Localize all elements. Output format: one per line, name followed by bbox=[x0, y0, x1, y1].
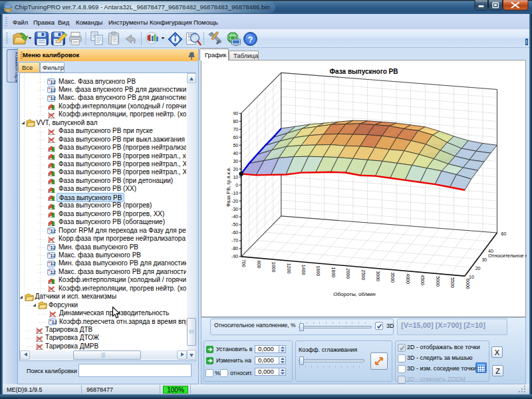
svg-text:800: 800 bbox=[257, 261, 261, 269]
svg-text:-50: -50 bbox=[231, 222, 238, 227]
svg-text:10: 10 bbox=[469, 275, 474, 279]
svg-text:4500: 4500 bbox=[420, 275, 425, 285]
svg-text:-10: -10 bbox=[231, 191, 238, 196]
svg-text:5500: 5500 bbox=[450, 277, 455, 288]
svg-text:-90: -90 bbox=[231, 254, 238, 259]
svg-text:1600: 1600 bbox=[316, 266, 321, 277]
svg-text:90: 90 bbox=[233, 111, 238, 116]
svg-text:1200: 1200 bbox=[287, 263, 291, 274]
svg-text:-80: -80 bbox=[231, 246, 238, 251]
svg-text:Фаза РВ, гр.п.к.в.: Фаза РВ, гр.п.к.в. bbox=[225, 167, 231, 207]
svg-text:-30: -30 bbox=[231, 207, 238, 211]
svg-text:1400: 1400 bbox=[301, 265, 306, 275]
svg-text:3500: 3500 bbox=[390, 272, 395, 283]
svg-text:4000: 4000 bbox=[406, 273, 410, 284]
svg-text:Фаза выпускного РВ: Фаза выпускного РВ bbox=[330, 68, 398, 75]
svg-text:3000: 3000 bbox=[376, 271, 380, 281]
svg-text:2000: 2000 bbox=[346, 269, 350, 279]
svg-text:6000: 6000 bbox=[466, 279, 470, 289]
svg-text:2500: 2500 bbox=[361, 270, 366, 281]
svg-text:70: 70 bbox=[233, 127, 238, 132]
svg-text:1800: 1800 bbox=[331, 267, 336, 278]
svg-text:1000: 1000 bbox=[271, 262, 276, 273]
svg-text:-40: -40 bbox=[231, 214, 238, 219]
svg-text:-60: -60 bbox=[231, 230, 238, 235]
svg-text:?: ? bbox=[248, 35, 253, 45]
svg-text:80: 80 bbox=[233, 119, 238, 124]
svg-text:20: 20 bbox=[475, 266, 481, 271]
svg-text:30: 30 bbox=[481, 257, 487, 262]
svg-text:20: 20 bbox=[233, 167, 238, 172]
svg-text:700: 700 bbox=[241, 259, 246, 267]
svg-text:50: 50 bbox=[233, 143, 238, 148]
svg-text:40: 40 bbox=[233, 151, 238, 156]
svg-text:30: 30 bbox=[233, 159, 238, 164]
svg-text:5000: 5000 bbox=[436, 276, 440, 287]
svg-text:-70: -70 bbox=[231, 238, 238, 243]
svg-text:Относительное н: Относительное н bbox=[488, 253, 527, 259]
svg-text:60: 60 bbox=[501, 231, 507, 236]
svg-text:10: 10 bbox=[233, 175, 238, 180]
svg-text:-20: -20 bbox=[231, 199, 238, 203]
svg-text:60: 60 bbox=[233, 135, 238, 140]
svg-text:Обороты, об/мин: Обороты, об/мин bbox=[333, 291, 375, 297]
svg-text:0: 0 bbox=[235, 183, 238, 188]
